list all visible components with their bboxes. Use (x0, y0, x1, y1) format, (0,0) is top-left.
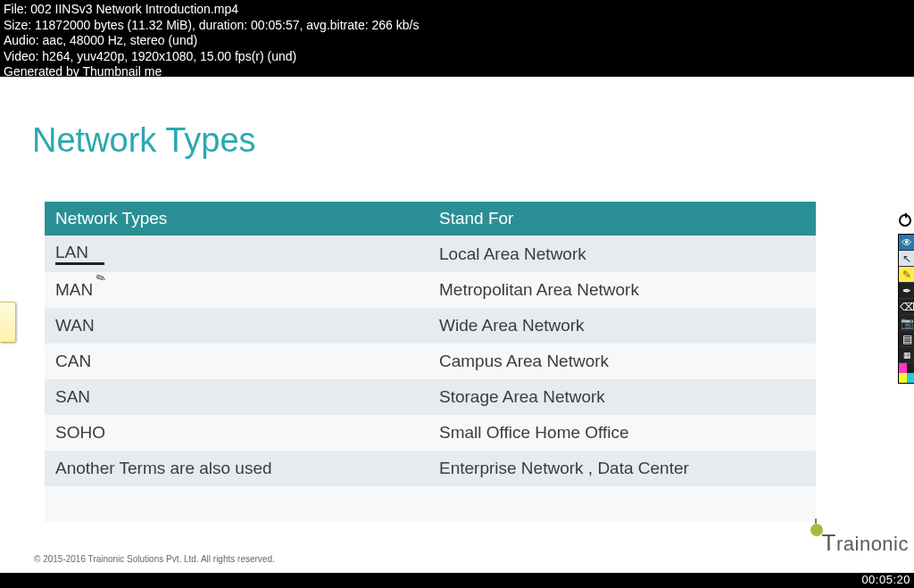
presentation-slide: Network Types Network Types Stand For LA… (0, 77, 914, 573)
cell-stand: Metropolitan Area Network (428, 272, 816, 308)
cell-stand: Local Area Network (428, 236, 816, 272)
cell-stand: Wide Area Network (428, 308, 816, 344)
tool-camera-icon[interactable]: 📷 (899, 315, 914, 331)
cell-type: SOHO (45, 415, 428, 451)
network-types-table: Network Types Stand For LAN Local Area N… (45, 202, 816, 522)
tool-eye-icon[interactable]: 👁 (899, 235, 914, 251)
video-timestamp: 00:05:20 (861, 573, 910, 586)
meta-audio: Audio: aac, 48000 Hz, stereo (und) (4, 33, 910, 49)
table-row: CAN Campus Area Network (45, 344, 816, 379)
color-swatch[interactable] (899, 363, 907, 373)
color-swatch[interactable] (907, 363, 914, 373)
cell-stand: Storage Area Network (428, 379, 816, 415)
header-network-types: Network Types (45, 202, 428, 236)
cell-stand: Small Office Home Office (428, 415, 816, 451)
footer-copyright: © 2015-2016 Trainonic Solutions Pvt. Ltd… (34, 554, 275, 564)
cell-stand: Campus Area Network (428, 344, 816, 379)
tool-grid-icon[interactable]: ▦ (899, 347, 914, 363)
table-row: MAN Metropolitan Area Network (45, 272, 816, 308)
meta-video: Video: h264, yuv420p, 1920x1080, 15.00 f… (4, 49, 910, 65)
table-row: LAN Local Area Network (45, 236, 816, 272)
tool-eraser-icon[interactable]: ⌫ (899, 299, 914, 315)
tool-highlighter-icon[interactable]: ✎ (899, 267, 914, 283)
table-header-row: Network Types Stand For (45, 202, 816, 236)
logo-mark-icon (816, 533, 822, 556)
table-row: Another Terms are also used Enterprise N… (45, 451, 816, 486)
annotation-toolbar: 👁 ↖ ✎ ✒ ⌫ 📷 ▤ ▦ (898, 234, 914, 384)
color-swatch[interactable] (907, 373, 914, 383)
cell-type (45, 486, 428, 522)
table-row (45, 486, 816, 522)
meta-size: Size: 11872000 bytes (11.32 MiB), durati… (4, 18, 910, 34)
video-metadata: File: 002 IINSv3 Network Introduction.mp… (0, 0, 914, 86)
sticky-note-handle[interactable] (0, 302, 16, 343)
trainonic-logo: Trainonic (816, 529, 909, 557)
color-palette[interactable] (899, 363, 914, 383)
cell-type: SAN (45, 379, 428, 415)
cell-stand: Enterprise Network , Data Center (428, 451, 816, 486)
cell-type: CAN (45, 344, 428, 379)
tool-panel-icon[interactable]: ▤ (899, 331, 914, 347)
cell-stand (428, 486, 816, 522)
header-stand-for: Stand For (428, 202, 816, 236)
color-swatch[interactable] (899, 373, 907, 383)
slide-title: Network Types (32, 121, 256, 160)
cell-type: Another Terms are also used (45, 451, 428, 486)
tool-cursor-icon[interactable]: ↖ (899, 251, 914, 267)
table-row: SAN Storage Area Network (45, 379, 816, 415)
table-row: SOHO Small Office Home Office (45, 415, 816, 451)
cell-type: WAN (45, 308, 428, 344)
tool-pen-icon[interactable]: ✒ (899, 283, 914, 299)
table-row: WAN Wide Area Network (45, 308, 816, 344)
underline-annotation: LAN (55, 243, 104, 265)
cell-type: LAN (45, 236, 428, 272)
settings-knob-icon[interactable] (899, 214, 911, 227)
meta-file: File: 002 IINSv3 Network Introduction.mp… (4, 2, 910, 18)
